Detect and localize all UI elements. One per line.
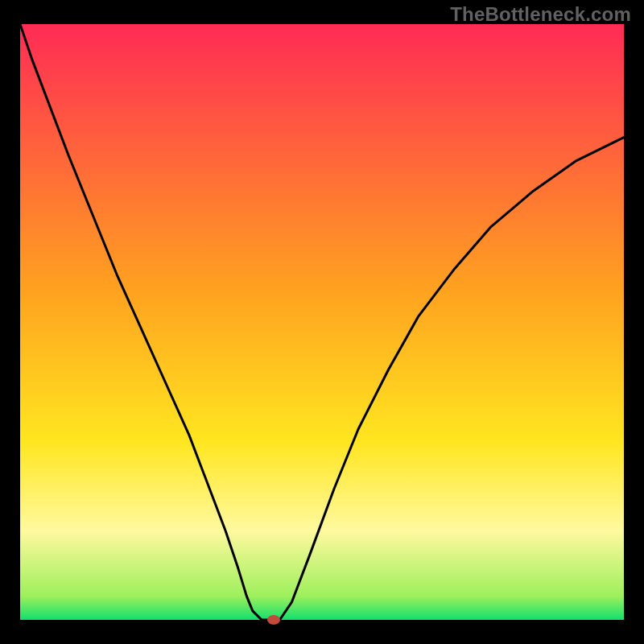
optimum-marker [267,615,280,625]
chart-plot-area [20,24,624,620]
watermark-text: TheBottleneck.com [450,3,631,26]
bottleneck-chart [0,0,644,644]
